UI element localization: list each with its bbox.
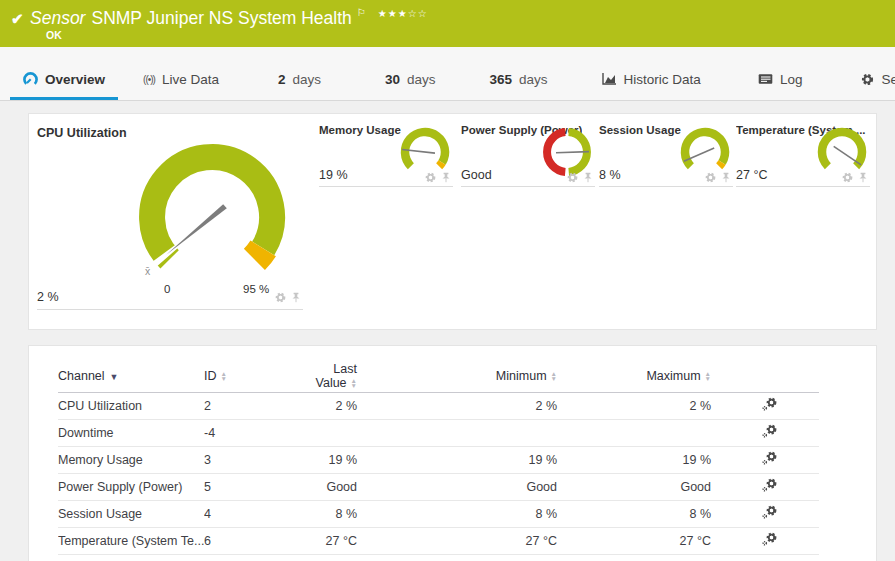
gear-icon[interactable] xyxy=(275,292,286,303)
channel-id: 3 xyxy=(204,446,299,473)
gauge-value: 8 % xyxy=(599,168,621,182)
channel-id: 5 xyxy=(204,473,299,500)
tab-365-days[interactable]: 365 days xyxy=(477,61,561,100)
table-row: Downtime -4 xyxy=(58,419,819,446)
memory-gauge xyxy=(397,124,453,176)
tab-log[interactable]: Log xyxy=(745,61,816,100)
gear-icon[interactable] xyxy=(842,172,853,183)
channel-settings-gears-icon[interactable] xyxy=(761,397,778,415)
gear-icon[interactable] xyxy=(425,172,436,183)
minimum-value: 27 °C xyxy=(369,527,569,554)
last-value: 27 °C xyxy=(299,527,369,554)
channel-name: Temperature (System Te... xyxy=(58,527,204,554)
minimum-value: 8 % xyxy=(369,500,569,527)
gauge-value: 19 % xyxy=(319,168,348,182)
channel-settings-gears-icon[interactable] xyxy=(761,532,778,550)
column-header-last-value[interactable]: Last Value▲▼ xyxy=(299,360,369,392)
temperature-tile[interactable]: Temperature (System ... 27 °C xyxy=(736,122,870,187)
channel-settings-gears-icon[interactable] xyxy=(761,424,778,442)
power-supply-tile[interactable]: Power Supply (Power) Good xyxy=(461,122,595,187)
memory-usage-tile[interactable]: Memory Usage 19 % xyxy=(319,122,453,187)
tab-30-days[interactable]: 30 days xyxy=(372,61,449,100)
sort-desc-icon: ▼ xyxy=(110,372,119,382)
gauges-panel: CPU Utilization x̄ 0 95 % 2 % xyxy=(28,113,877,330)
maximum-value: 8 % xyxy=(569,500,719,527)
temperature-gauge xyxy=(814,124,870,176)
session-gauge xyxy=(677,124,733,176)
flag-icon: ⚐ xyxy=(357,7,366,18)
table-row: Memory Usage 3 19 % 19 % 19 % xyxy=(58,446,819,473)
pin-icon[interactable] xyxy=(858,172,868,183)
status-badge: OK xyxy=(46,29,62,41)
channel-name: Power Supply (Power) xyxy=(58,473,204,500)
tab-historic-data[interactable]: Historic Data xyxy=(589,61,714,100)
pin-icon[interactable] xyxy=(721,172,731,183)
prtg-sensor-overview-page: ✔ SensorSNMP Juniper NS System Health⚐★★… xyxy=(0,0,895,561)
column-header-channel[interactable]: Channel▼ xyxy=(58,360,204,392)
minimum-value: Good xyxy=(369,473,569,500)
gear-icon[interactable] xyxy=(567,172,578,183)
channel-settings-gears-icon[interactable] xyxy=(761,451,778,469)
last-value: 19 % xyxy=(299,446,369,473)
priority-stars[interactable]: ★★★☆☆ xyxy=(378,8,428,19)
sort-icon: ▲▼ xyxy=(351,378,357,388)
channel-id: 6 xyxy=(204,527,299,554)
tab-settings[interactable]: Settings xyxy=(848,61,895,100)
column-header-maximum[interactable]: Maximum▲▼ xyxy=(569,360,719,392)
channel-name: Session Usage xyxy=(58,500,204,527)
minimum-value: 19 % xyxy=(369,446,569,473)
last-value: Good xyxy=(299,473,369,500)
channel-settings-gears-icon[interactable] xyxy=(761,505,778,523)
tab-live-data[interactable]: ((•)) Live Data xyxy=(130,61,232,100)
table-header-row: Channel▼ ID▲▼ Last Value▲▼ Minimum▲▼ Max… xyxy=(58,360,819,392)
area-chart-icon xyxy=(602,73,617,85)
sensor-name: SNMP Juniper NS System Health xyxy=(91,8,351,28)
channel-id: 4 xyxy=(204,500,299,527)
minimum-value xyxy=(369,419,569,446)
channel-id: -4 xyxy=(204,419,299,446)
sort-icon: ▲▼ xyxy=(221,371,227,381)
session-usage-tile[interactable]: Session Usage 8 % xyxy=(599,122,733,187)
channel-id: 2 xyxy=(204,392,299,419)
gear-icon xyxy=(861,73,874,86)
pin-icon[interactable] xyxy=(583,172,593,183)
gauge-value: 27 °C xyxy=(736,168,767,182)
log-list-icon xyxy=(758,73,773,85)
column-header-actions xyxy=(719,360,819,392)
sensor-title: SensorSNMP Juniper NS System Health⚐★★★☆… xyxy=(30,7,428,29)
column-header-id[interactable]: ID▲▼ xyxy=(204,360,299,392)
last-value: 2 % xyxy=(299,392,369,419)
maximum-value xyxy=(569,419,719,446)
last-value xyxy=(299,419,369,446)
sensor-status-header: ✔ SensorSNMP Juniper NS System Health⚐★★… xyxy=(0,0,895,47)
pin-icon[interactable] xyxy=(291,292,301,303)
last-value: 8 % xyxy=(299,500,369,527)
cpu-utilization-tile[interactable]: CPU Utilization x̄ 0 95 % 2 % xyxy=(37,122,303,310)
gear-icon[interactable] xyxy=(705,172,716,183)
gauge-scale-max: 95 % xyxy=(243,283,269,295)
gauge-title: Memory Usage xyxy=(319,124,401,136)
column-header-minimum[interactable]: Minimum▲▼ xyxy=(369,360,569,392)
table-row: CPU Utilization 2 2 % 2 % 2 % xyxy=(58,392,819,419)
status-ok-check-icon: ✔ xyxy=(11,10,24,28)
channel-settings-gears-icon[interactable] xyxy=(761,478,778,496)
maximum-value: 27 °C xyxy=(569,527,719,554)
maximum-value: Good xyxy=(569,473,719,500)
gauge-scale-min: 0 xyxy=(164,283,170,295)
pin-icon[interactable] xyxy=(441,172,451,183)
channel-table: Channel▼ ID▲▼ Last Value▲▼ Minimum▲▼ Max… xyxy=(58,360,819,555)
sort-icon: ▲▼ xyxy=(705,371,711,381)
tab-overview[interactable]: Overview xyxy=(10,61,118,100)
gauge-value: 2 % xyxy=(37,290,59,304)
channel-name: Memory Usage xyxy=(58,446,204,473)
live-data-icon: ((•)) xyxy=(143,74,155,85)
power-supply-gauge xyxy=(539,124,595,176)
gauge-icon xyxy=(23,72,38,87)
mean-marker: x̄ xyxy=(145,265,151,277)
sensor-type-label: Sensor xyxy=(30,8,85,28)
maximum-value: 19 % xyxy=(569,446,719,473)
table-row: Temperature (System Te... 6 27 °C 27 °C … xyxy=(58,527,819,554)
tab-2-days[interactable]: 2 days xyxy=(265,61,334,100)
maximum-value: 2 % xyxy=(569,392,719,419)
table-row: Session Usage 4 8 % 8 % 8 % xyxy=(58,500,819,527)
